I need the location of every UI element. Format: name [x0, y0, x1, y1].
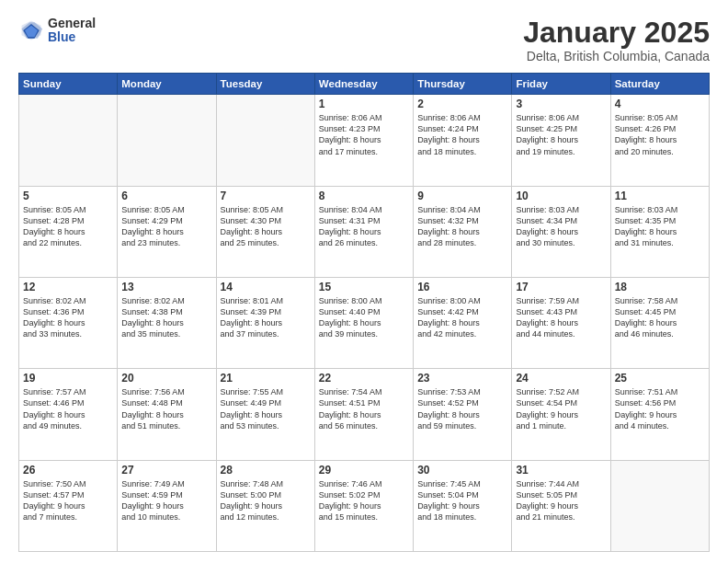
logo-blue-text: Blue [48, 30, 96, 44]
day-number: 14 [221, 281, 311, 293]
calendar-cell: 7Sunrise: 8:05 AM Sunset: 4:30 PM Daylig… [216, 186, 314, 277]
day-number: 1 [319, 98, 409, 110]
calendar-cell: 17Sunrise: 7:59 AM Sunset: 4:43 PM Dayli… [512, 277, 610, 368]
calendar-cell: 1Sunrise: 8:06 AM Sunset: 4:23 PM Daylig… [314, 95, 413, 186]
calendar-cell: 13Sunrise: 8:02 AM Sunset: 4:38 PM Dayli… [118, 277, 216, 368]
day-number: 15 [319, 281, 409, 293]
day-number: 28 [221, 464, 311, 477]
cell-info-text: Sunrise: 8:00 AM Sunset: 4:40 PM Dayligh… [319, 295, 409, 340]
day-number: 16 [417, 281, 507, 293]
day-number: 8 [319, 190, 409, 202]
cell-info-text: Sunrise: 7:53 AM Sunset: 4:52 PM Dayligh… [417, 386, 507, 431]
header: General Blue January 2025 Delta, British… [18, 17, 710, 63]
calendar-cell [118, 95, 216, 186]
day-number: 4 [615, 98, 705, 110]
calendar-week-row: 26Sunrise: 7:50 AM Sunset: 4:57 PM Dayli… [19, 460, 710, 551]
day-number: 5 [23, 190, 113, 202]
cell-info-text: Sunrise: 8:05 AM Sunset: 4:28 PM Dayligh… [23, 204, 113, 249]
day-number: 30 [417, 464, 507, 477]
calendar-week-row: 5Sunrise: 8:05 AM Sunset: 4:28 PM Daylig… [19, 186, 710, 277]
calendar-cell [216, 95, 314, 186]
calendar-cell: 25Sunrise: 7:51 AM Sunset: 4:56 PM Dayli… [610, 369, 709, 460]
calendar-location: Delta, British Columbia, Canada [523, 49, 710, 63]
day-number: 29 [319, 464, 409, 477]
calendar-cell: 26Sunrise: 7:50 AM Sunset: 4:57 PM Dayli… [19, 460, 118, 551]
cell-info-text: Sunrise: 7:52 AM Sunset: 4:54 PM Dayligh… [516, 386, 606, 431]
cell-info-text: Sunrise: 7:59 AM Sunset: 4:43 PM Dayligh… [516, 295, 606, 340]
calendar-cell [610, 460, 709, 551]
calendar-cell: 4Sunrise: 8:05 AM Sunset: 4:26 PM Daylig… [610, 95, 709, 186]
calendar-cell: 11Sunrise: 8:03 AM Sunset: 4:35 PM Dayli… [610, 186, 709, 277]
cell-info-text: Sunrise: 7:45 AM Sunset: 5:04 PM Dayligh… [417, 478, 507, 523]
cell-info-text: Sunrise: 8:03 AM Sunset: 4:34 PM Dayligh… [516, 204, 606, 249]
day-number: 23 [417, 372, 507, 385]
calendar-cell: 20Sunrise: 7:56 AM Sunset: 4:48 PM Dayli… [118, 369, 216, 460]
calendar-cell: 28Sunrise: 7:48 AM Sunset: 5:00 PM Dayli… [216, 460, 314, 551]
calendar-week-row: 12Sunrise: 8:02 AM Sunset: 4:36 PM Dayli… [19, 277, 710, 368]
day-number: 20 [121, 372, 211, 385]
logo-general-text: General [48, 17, 96, 30]
calendar-cell [19, 95, 118, 186]
day-number: 2 [417, 98, 507, 110]
cell-info-text: Sunrise: 7:49 AM Sunset: 4:59 PM Dayligh… [121, 478, 211, 523]
cell-info-text: Sunrise: 7:51 AM Sunset: 4:56 PM Dayligh… [615, 386, 705, 431]
day-number: 7 [221, 190, 311, 202]
calendar-cell: 6Sunrise: 8:05 AM Sunset: 4:29 PM Daylig… [118, 186, 216, 277]
weekday-header-row: SundayMondayTuesdayWednesdayThursdayFrid… [19, 74, 710, 95]
day-number: 18 [615, 281, 705, 293]
logo-icon [18, 17, 44, 43]
calendar-cell: 19Sunrise: 7:57 AM Sunset: 4:46 PM Dayli… [19, 369, 118, 460]
day-number: 27 [121, 464, 211, 477]
cell-info-text: Sunrise: 8:04 AM Sunset: 4:31 PM Dayligh… [319, 204, 409, 249]
weekday-header-tuesday: Tuesday [216, 74, 314, 95]
weekday-header-wednesday: Wednesday [314, 74, 413, 95]
day-number: 19 [23, 372, 113, 385]
cell-info-text: Sunrise: 8:05 AM Sunset: 4:30 PM Dayligh… [221, 204, 311, 249]
cell-info-text: Sunrise: 7:54 AM Sunset: 4:51 PM Dayligh… [319, 386, 409, 431]
day-number: 12 [23, 281, 113, 293]
calendar-cell: 8Sunrise: 8:04 AM Sunset: 4:31 PM Daylig… [314, 186, 413, 277]
calendar-cell: 27Sunrise: 7:49 AM Sunset: 4:59 PM Dayli… [118, 460, 216, 551]
cell-info-text: Sunrise: 8:00 AM Sunset: 4:42 PM Dayligh… [417, 295, 507, 340]
calendar-cell: 31Sunrise: 7:44 AM Sunset: 5:05 PM Dayli… [512, 460, 610, 551]
day-number: 6 [121, 190, 211, 202]
calendar-table: SundayMondayTuesdayWednesdayThursdayFrid… [18, 73, 710, 552]
cell-info-text: Sunrise: 8:06 AM Sunset: 4:23 PM Dayligh… [319, 112, 409, 157]
day-number: 21 [221, 372, 311, 385]
calendar-week-row: 1Sunrise: 8:06 AM Sunset: 4:23 PM Daylig… [19, 95, 710, 186]
cell-info-text: Sunrise: 8:06 AM Sunset: 4:24 PM Dayligh… [417, 112, 507, 157]
calendar-cell: 12Sunrise: 8:02 AM Sunset: 4:36 PM Dayli… [19, 277, 118, 368]
logo: General Blue [18, 17, 96, 45]
day-number: 10 [516, 190, 606, 202]
weekday-header-friday: Friday [512, 74, 610, 95]
cell-info-text: Sunrise: 8:04 AM Sunset: 4:32 PM Dayligh… [417, 204, 507, 249]
calendar-cell: 24Sunrise: 7:52 AM Sunset: 4:54 PM Dayli… [512, 369, 610, 460]
calendar-cell: 14Sunrise: 8:01 AM Sunset: 4:39 PM Dayli… [216, 277, 314, 368]
day-number: 22 [319, 372, 409, 385]
calendar-cell: 5Sunrise: 8:05 AM Sunset: 4:28 PM Daylig… [19, 186, 118, 277]
calendar-cell: 15Sunrise: 8:00 AM Sunset: 4:40 PM Dayli… [314, 277, 413, 368]
day-number: 3 [516, 98, 606, 110]
cell-info-text: Sunrise: 7:44 AM Sunset: 5:05 PM Dayligh… [516, 478, 606, 523]
cell-info-text: Sunrise: 8:06 AM Sunset: 4:25 PM Dayligh… [516, 112, 606, 157]
day-number: 13 [121, 281, 211, 293]
day-number: 31 [516, 464, 606, 477]
calendar-cell: 21Sunrise: 7:55 AM Sunset: 4:49 PM Dayli… [216, 369, 314, 460]
title-block: January 2025 Delta, British Columbia, Ca… [523, 17, 710, 63]
calendar-title: January 2025 [523, 17, 710, 49]
cell-info-text: Sunrise: 7:57 AM Sunset: 4:46 PM Dayligh… [23, 386, 113, 431]
calendar-cell: 22Sunrise: 7:54 AM Sunset: 4:51 PM Dayli… [314, 369, 413, 460]
calendar-cell: 23Sunrise: 7:53 AM Sunset: 4:52 PM Dayli… [414, 369, 512, 460]
day-number: 26 [23, 464, 113, 477]
calendar-cell: 9Sunrise: 8:04 AM Sunset: 4:32 PM Daylig… [414, 186, 512, 277]
day-number: 9 [417, 190, 507, 202]
page: General Blue January 2025 Delta, British… [0, 0, 728, 563]
cell-info-text: Sunrise: 8:02 AM Sunset: 4:36 PM Dayligh… [23, 295, 113, 340]
day-number: 17 [516, 281, 606, 293]
weekday-header-sunday: Sunday [19, 74, 118, 95]
calendar-cell: 30Sunrise: 7:45 AM Sunset: 5:04 PM Dayli… [414, 460, 512, 551]
cell-info-text: Sunrise: 7:46 AM Sunset: 5:02 PM Dayligh… [319, 478, 409, 523]
logo-text: General Blue [48, 17, 96, 45]
cell-info-text: Sunrise: 7:56 AM Sunset: 4:48 PM Dayligh… [121, 386, 211, 431]
cell-info-text: Sunrise: 8:03 AM Sunset: 4:35 PM Dayligh… [615, 204, 705, 249]
